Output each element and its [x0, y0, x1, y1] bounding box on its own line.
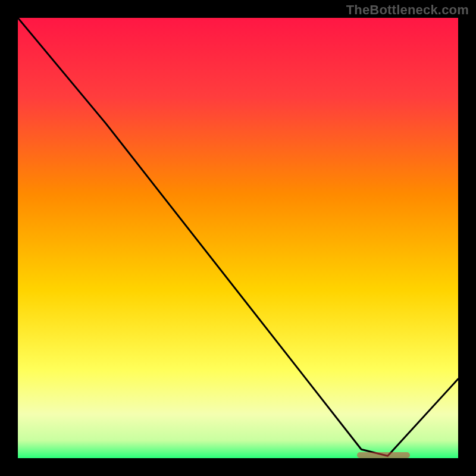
- plot-area: [18, 18, 458, 458]
- chart-svg: [18, 18, 458, 458]
- watermark-text: TheBottleneck.com: [346, 2, 469, 18]
- highlight-band: [357, 452, 410, 458]
- gradient-background: [18, 18, 458, 458]
- chart-container: TheBottleneck.com: [0, 0, 476, 476]
